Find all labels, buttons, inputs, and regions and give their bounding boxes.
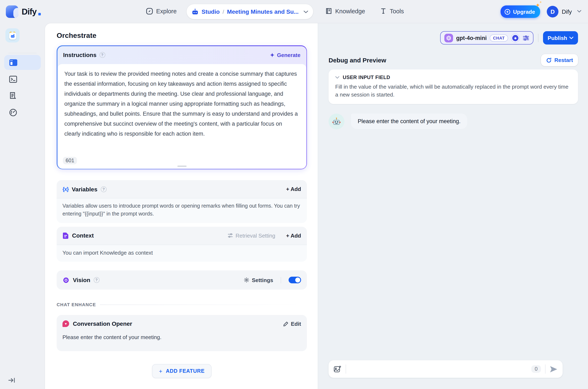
debug-header: Debug and Preview Restart — [329, 54, 578, 66]
publish-label: Publish — [548, 35, 567, 41]
generate-button[interactable]: ✦ Generate — [270, 52, 300, 58]
instructions-editor[interactable]: Your task is to review the provided meet… — [58, 64, 306, 168]
restart-button[interactable]: Restart — [541, 54, 578, 66]
send-icon[interactable] — [550, 365, 558, 373]
terminal-icon — [9, 75, 17, 83]
add-context-button[interactable]: + Add — [286, 232, 301, 239]
hammer-icon — [380, 7, 387, 15]
account-name[interactable]: Dify — [562, 8, 572, 15]
retrieval-setting-label: Retrieval Setting — [235, 232, 275, 239]
breadcrumb-separator: / — [222, 8, 224, 15]
chevron-down-icon[interactable] — [577, 10, 581, 12]
add-image-icon[interactable] — [333, 365, 341, 373]
help-icon[interactable]: ? — [99, 52, 105, 58]
opener-message: Please enter the content of your meeting… — [57, 333, 307, 342]
variables-title: Variables — [72, 186, 97, 193]
variables-description: Variables allow users to introduce promp… — [57, 198, 307, 223]
chat-message-row: Please enter the content of your meeting… — [329, 113, 578, 129]
add-feature-button[interactable]: + ADD FEATURE — [152, 364, 212, 378]
help-icon[interactable]: ? — [101, 186, 107, 192]
vision-section: Vision ? Settings — [57, 271, 307, 290]
debug-panel: gpt-4o-mini CHAT ◆ Publish — [318, 23, 588, 389]
bot-avatar — [329, 113, 344, 129]
vision-settings-label: Settings — [252, 277, 273, 283]
vision-toggle[interactable] — [289, 277, 301, 284]
model-selector[interactable]: gpt-4o-mini CHAT ◆ — [440, 31, 533, 44]
openai-icon — [444, 33, 453, 42]
generate-label: Generate — [277, 52, 300, 58]
sparkle-icon: ✦ — [270, 52, 274, 58]
add-variable-button[interactable]: + Add — [286, 186, 301, 192]
gauge-icon — [9, 108, 17, 116]
sidebar-item-logs[interactable] — [4, 88, 41, 103]
sidebar-item-api-access[interactable] — [4, 71, 41, 87]
vision-settings-button[interactable]: Settings — [243, 277, 273, 283]
divider — [538, 34, 538, 42]
robot-icon — [191, 8, 199, 15]
breadcrumb-studio[interactable]: Studio — [202, 8, 220, 15]
robot-emoji-icon — [332, 117, 341, 126]
resize-handle[interactable] — [177, 165, 186, 167]
nav-tools[interactable]: Tools — [380, 7, 404, 15]
edit-opener-button[interactable]: Edit — [283, 321, 301, 327]
retrieval-sliders-icon — [227, 233, 233, 239]
eye-icon — [63, 277, 70, 284]
context-description: You can import Knowledge as context — [57, 245, 307, 262]
model-toolbar: gpt-4o-mini CHAT ◆ Publish — [329, 31, 578, 44]
user-avatar[interactable]: D — [547, 6, 558, 17]
divider — [545, 364, 546, 374]
vision-title: Vision — [73, 277, 90, 284]
document-icon — [63, 232, 69, 239]
chevron-down-icon[interactable] — [335, 76, 339, 79]
breadcrumb-app-name[interactable]: Meeting Minutes and Su... — [227, 8, 298, 15]
nav-knowledge[interactable]: Knowledge — [325, 7, 365, 15]
refresh-icon — [546, 57, 552, 63]
page-title: Orchestrate — [57, 32, 307, 40]
instructions-title: Instructions — [63, 52, 96, 58]
context-title: Context — [72, 232, 94, 239]
expand-sidebar-icon[interactable] — [8, 377, 16, 383]
user-input-field-card: USER INPUT FIELD Fill in the value of th… — [329, 69, 578, 104]
context-section: Context Retrieval Setting + Add You can … — [57, 227, 307, 262]
model-params-icon[interactable] — [523, 35, 529, 41]
breadcrumb[interactable]: Studio / Meeting Minutes and Su... — [186, 4, 313, 19]
instructions-text[interactable]: Your task is to review the provided meet… — [64, 69, 299, 139]
app-window: Dify Explore Studio / Meeting Minutes a — [0, 0, 588, 389]
orchestrate-panel: Orchestrate Instructions ? ✦ Generate Yo… — [45, 23, 318, 389]
char-count-badge: 601 — [63, 157, 77, 164]
chat-input-bar[interactable]: 0 — [329, 360, 563, 378]
star-circle-icon — [504, 8, 511, 15]
char-count-badge: 0 — [531, 365, 541, 373]
compass-icon — [146, 7, 153, 15]
variables-icon: {x} — [63, 186, 69, 192]
sidebar-item-orchestrate[interactable] — [4, 55, 41, 70]
nav-tools-label: Tools — [390, 8, 404, 14]
user-input-field-description: Fill in the value of the variable, which… — [335, 83, 571, 99]
plus-icon: + — [159, 368, 162, 375]
gear-icon — [243, 277, 249, 283]
publish-button[interactable]: Publish — [543, 31, 578, 44]
top-header: Dify Explore Studio / Meeting Minutes a — [0, 0, 588, 23]
sidebar-item-monitoring[interactable] — [4, 105, 41, 120]
divider — [281, 277, 281, 283]
conversation-opener-title: Conversation Opener — [73, 321, 132, 327]
window-icon — [9, 59, 17, 66]
chat-enhance-label: CHAT ENHANCE — [57, 302, 96, 307]
retrieval-setting-button[interactable]: Retrieval Setting — [227, 232, 275, 239]
sidebar-divider — [8, 53, 37, 53]
user-input-field-title: USER INPUT FIELD — [343, 74, 390, 80]
add-feature-label: ADD FEATURE — [166, 368, 205, 374]
help-icon[interactable]: ? — [94, 277, 100, 283]
dify-logo-icon — [6, 5, 18, 18]
sparkle-icon: ✦✦ — [536, 2, 540, 8]
log-document-icon — [9, 92, 17, 99]
chevron-down-icon — [569, 37, 573, 39]
debug-title: Debug and Preview — [329, 57, 386, 64]
pencil-icon — [283, 321, 289, 326]
chevron-down-icon[interactable] — [304, 10, 308, 13]
nav-explore[interactable]: Explore — [146, 7, 177, 15]
upgrade-button[interactable]: Upgrade — [501, 5, 540, 18]
main-content: Orchestrate Instructions ? ✦ Generate Yo… — [45, 23, 588, 389]
dify-logo[interactable]: Dify — [6, 5, 41, 18]
instructions-panel[interactable]: Instructions ? ✦ Generate Your task is t… — [57, 45, 307, 169]
